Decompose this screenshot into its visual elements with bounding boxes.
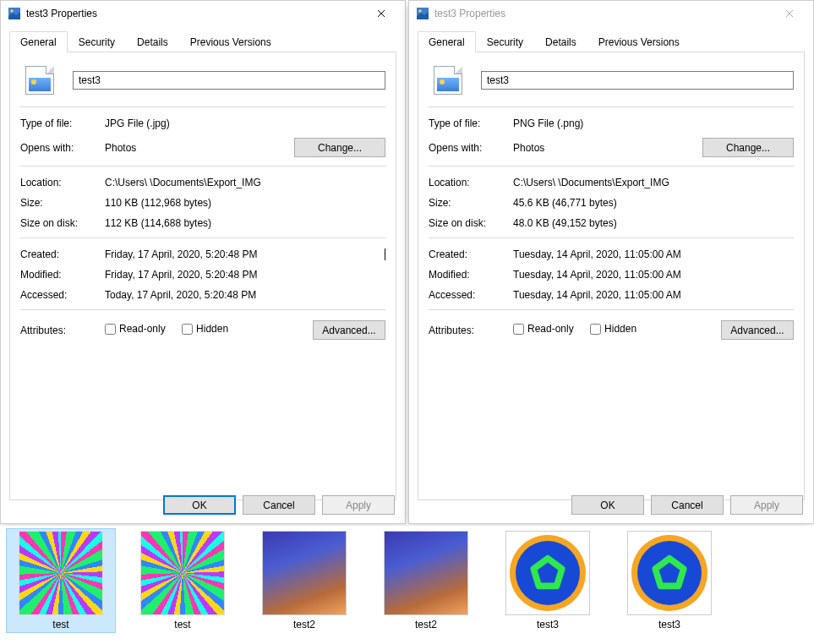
value-size: 45.6 KB (46,771 bytes) xyxy=(513,197,794,209)
thumbnail-label: test3 xyxy=(495,619,600,630)
label-opens-with: Opens with: xyxy=(429,142,513,154)
svg-point-1 xyxy=(10,9,13,12)
tab-general[interactable]: General xyxy=(9,31,68,52)
thumbnail-image xyxy=(19,531,103,615)
value-location: C:\Users\ \Documents\Export_IMG xyxy=(105,177,385,188)
dialog-button-row: OK Cancel Apply xyxy=(163,495,395,515)
checkbox-hidden[interactable]: Hidden xyxy=(182,323,228,335)
cancel-button[interactable]: Cancel xyxy=(651,495,724,515)
value-type-of-file: JPG File (.jpg) xyxy=(105,117,385,129)
thumbnail-item[interactable]: test xyxy=(128,529,237,632)
filename-input[interactable] xyxy=(73,71,385,90)
tab-details[interactable]: Details xyxy=(126,31,179,52)
label-created: Created: xyxy=(20,248,105,260)
thumbnail-item[interactable]: test3 xyxy=(494,529,602,632)
label-size-on-disk: Size on disk: xyxy=(429,217,513,229)
label-type-of-file: Type of file: xyxy=(20,117,105,129)
svg-marker-5 xyxy=(655,559,684,587)
label-size: Size: xyxy=(429,197,513,209)
close-button[interactable] xyxy=(364,2,398,25)
label-modified: Modified: xyxy=(20,269,105,281)
label-size-on-disk: Size on disk: xyxy=(20,217,105,229)
svg-marker-4 xyxy=(533,559,562,587)
file-type-icon xyxy=(432,64,464,96)
app-icon xyxy=(8,7,21,20)
value-created: Friday, 17 April, 2020, 5:20:48 PM xyxy=(105,248,385,260)
dialog-title: test3 Properties xyxy=(26,8,364,19)
cancel-button[interactable]: Cancel xyxy=(243,495,315,515)
label-location: Location: xyxy=(429,177,513,188)
tab-previous-versions[interactable]: Previous Versions xyxy=(179,31,282,52)
file-type-icon xyxy=(24,64,56,96)
tab-general[interactable]: General xyxy=(418,31,476,52)
close-button[interactable] xyxy=(773,2,806,25)
advanced-button[interactable]: Advanced... xyxy=(721,320,794,340)
thumbnail-label: test3 xyxy=(617,619,722,630)
properties-dialog-right: test3 Properties General Security Detail… xyxy=(408,0,814,524)
dialog-button-row: OK Cancel Apply xyxy=(571,495,803,515)
label-opens-with: Opens with: xyxy=(20,142,105,154)
thumbnail-image xyxy=(505,531,590,615)
thumbnail-image xyxy=(140,531,225,615)
tab-security[interactable]: Security xyxy=(68,31,126,52)
titlebar[interactable]: test3 Properties xyxy=(409,1,813,26)
tab-previous-versions[interactable]: Previous Versions xyxy=(587,31,691,52)
label-accessed: Accessed: xyxy=(20,289,105,301)
value-accessed: Tuesday, 14 April, 2020, 11:05:00 AM xyxy=(513,289,794,301)
value-location: C:\Users\ \Documents\Export_IMG xyxy=(513,177,794,188)
properties-dialog-left: test3 Properties General Security Detail… xyxy=(0,0,406,524)
label-modified: Modified: xyxy=(429,269,513,281)
tab-security[interactable]: Security xyxy=(476,31,534,52)
dialog-title: test3 Properties xyxy=(434,8,773,19)
app-icon xyxy=(416,7,429,20)
value-opens-with: Photos xyxy=(105,142,294,154)
thumbnail-item[interactable]: test3 xyxy=(615,529,724,632)
thumbnail-item[interactable]: test2 xyxy=(372,529,480,632)
label-created: Created: xyxy=(429,248,513,260)
thumbnail-label: test xyxy=(8,619,113,630)
tab-panel-general: Type of file:PNG File (.png) Opens with:… xyxy=(418,52,805,500)
label-accessed: Accessed: xyxy=(429,289,513,301)
label-attributes: Attributes: xyxy=(20,325,105,336)
titlebar[interactable]: test3 Properties xyxy=(1,1,405,26)
thumbnail-item[interactable]: test xyxy=(7,529,115,632)
label-type-of-file: Type of file: xyxy=(429,117,513,129)
value-size: 110 KB (112,968 bytes) xyxy=(105,197,385,209)
tab-strip: General Security Details Previous Versio… xyxy=(1,26,405,52)
explorer-thumbnail-row: testtesttest2test2test3test3 xyxy=(0,526,814,644)
tab-strip: General Security Details Previous Versio… xyxy=(409,26,813,52)
value-accessed: Today, 17 April, 2020, 5:20:48 PM xyxy=(105,289,385,301)
thumbnail-image xyxy=(384,531,468,615)
advanced-button[interactable]: Advanced... xyxy=(313,320,385,340)
label-size: Size: xyxy=(20,197,105,209)
ok-button[interactable]: OK xyxy=(571,495,644,515)
value-modified: Tuesday, 14 April, 2020, 11:05:00 AM xyxy=(513,269,794,281)
checkbox-readonly[interactable]: Read-only xyxy=(513,323,574,335)
value-created: Tuesday, 14 April, 2020, 11:05:00 AM xyxy=(513,248,794,260)
thumbnail-label: test2 xyxy=(252,619,357,630)
ok-button[interactable]: OK xyxy=(163,495,236,515)
value-size-on-disk: 48.0 KB (49,152 bytes) xyxy=(513,217,794,229)
thumbnail-image xyxy=(627,531,712,615)
change-button[interactable]: Change... xyxy=(702,138,794,157)
checkbox-readonly[interactable]: Read-only xyxy=(105,323,166,335)
thumbnail-image xyxy=(262,531,347,615)
change-button[interactable]: Change... xyxy=(294,138,385,157)
label-attributes: Attributes: xyxy=(429,325,513,336)
thumbnail-item[interactable]: test2 xyxy=(250,529,358,632)
value-type-of-file: PNG File (.png) xyxy=(513,117,794,129)
checkbox-hidden[interactable]: Hidden xyxy=(590,323,636,335)
thumbnail-label: test xyxy=(130,619,235,630)
value-size-on-disk: 112 KB (114,688 bytes) xyxy=(105,217,385,229)
apply-button[interactable]: Apply xyxy=(322,495,395,515)
value-modified: Friday, 17 April, 2020, 5:20:48 PM xyxy=(105,269,385,281)
svg-point-3 xyxy=(418,9,421,12)
value-opens-with: Photos xyxy=(513,142,702,154)
filename-input[interactable] xyxy=(481,71,794,90)
label-location: Location: xyxy=(20,177,105,188)
tab-details[interactable]: Details xyxy=(534,31,587,52)
apply-button[interactable]: Apply xyxy=(730,495,803,515)
tab-panel-general: Type of file:JPG File (.jpg) Opens with:… xyxy=(9,52,396,500)
thumbnail-label: test2 xyxy=(374,619,478,630)
